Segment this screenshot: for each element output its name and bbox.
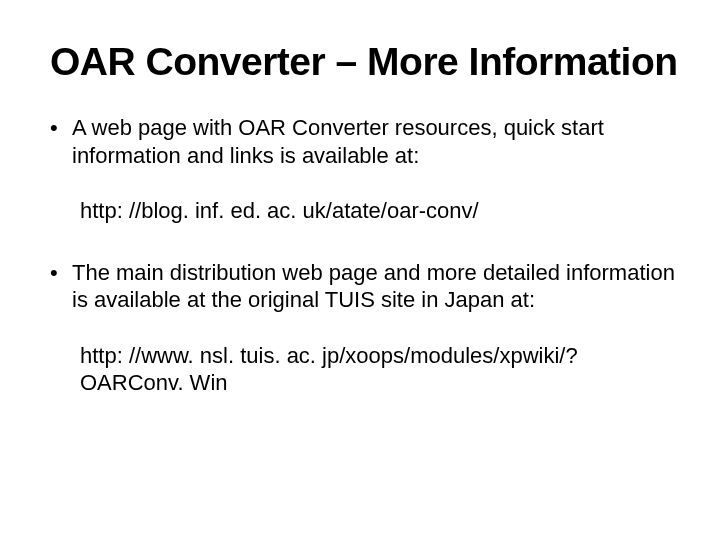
url-line: http: //blog. inf. ed. ac. uk/atate/oar-… <box>50 197 680 225</box>
slide: OAR Converter – More Information A web p… <box>0 0 720 540</box>
url-line: http: //www. nsl. tuis. ac. jp/xoops/mod… <box>50 342 680 397</box>
slide-body: A web page with OAR Converter resources,… <box>50 114 680 397</box>
slide-title: OAR Converter – More Information <box>50 40 680 84</box>
bullet-item: A web page with OAR Converter resources,… <box>50 114 680 169</box>
bullet-item: The main distribution web page and more … <box>50 259 680 314</box>
